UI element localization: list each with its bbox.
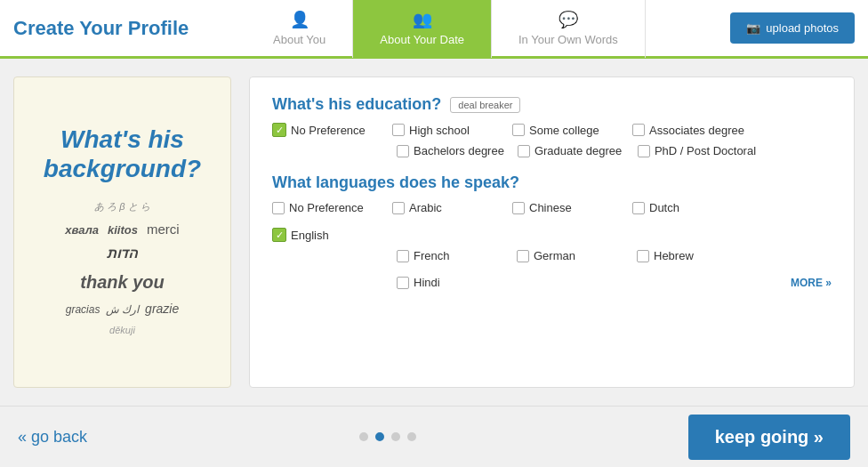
couple-icon: 👥 (413, 10, 432, 29)
lang-hebrew[interactable]: Hebrew (637, 249, 743, 262)
unchecked-icon (517, 250, 529, 262)
lang-chinese[interactable]: Chinese (512, 201, 619, 214)
more-languages-link[interactable]: MORE » (791, 277, 832, 289)
main-content: What's his background? あ ろ β と ら хвала k… (0, 59, 868, 406)
unchecked-icon (272, 202, 285, 214)
go-back-button[interactable]: « go back (18, 428, 87, 447)
unchecked-icon (518, 145, 530, 157)
tab-in-your-own-words[interactable]: 💬 In Your Own Words (492, 0, 646, 58)
unchecked-icon (397, 250, 409, 262)
languages-options-row-2: French German Hebrew Hindi MORE » (272, 249, 832, 289)
unchecked-icon (397, 145, 409, 157)
upload-photos-button[interactable]: 📷 upload photos (730, 12, 855, 44)
pagination-dot-1 (359, 432, 368, 441)
unchecked-icon (512, 202, 525, 214)
education-options-row-2: Bachelors degree Graduate degree PhD / P… (272, 144, 832, 157)
languages-section-title: What languages does he speak? (272, 173, 832, 192)
unchecked-icon (397, 277, 409, 289)
footer: « go back keep going » (0, 406, 868, 467)
checked-icon: ✓ (272, 123, 286, 137)
header: Create Your Profile 👤 About You 👥 About … (0, 0, 868, 59)
lang-french[interactable]: French (397, 249, 503, 262)
languages-options-row-1: No Preference Arabic Chinese Dutch ✓ Eng… (272, 201, 832, 242)
lang-no-preference[interactable]: No Preference (272, 201, 379, 214)
lang-english[interactable]: ✓ English (272, 228, 379, 242)
keep-going-button[interactable]: keep going » (688, 415, 850, 460)
lang-arabic[interactable]: Arabic (392, 201, 499, 214)
pagination-dot-2 (375, 432, 384, 441)
pagination (87, 432, 688, 441)
side-panel: What's his background? あ ろ β と ら хвала k… (13, 76, 231, 388)
unchecked-icon (632, 124, 645, 136)
education-section-title: What's his education? deal breaker (272, 95, 832, 114)
deal-breaker-button[interactable]: deal breaker (450, 97, 520, 113)
unchecked-icon (637, 250, 649, 262)
education-graduate[interactable]: Graduate degree (518, 144, 624, 157)
education-section: What's his education? deal breaker ✓ No … (272, 95, 832, 157)
pagination-dot-4 (407, 432, 416, 441)
education-high-school[interactable]: High school (392, 124, 499, 137)
lang-german[interactable]: German (517, 249, 623, 262)
tab-about-you[interactable]: 👤 About You (246, 0, 353, 58)
camera-icon: 📷 (746, 21, 760, 35)
education-some-college[interactable]: Some college (512, 124, 619, 137)
unchecked-icon (512, 124, 525, 136)
education-phd[interactable]: PhD / Post Doctoral (638, 144, 756, 157)
page-title: Create Your Profile (13, 17, 246, 40)
education-associates[interactable]: Associates degree (632, 124, 744, 137)
education-no-preference[interactable]: ✓ No Preference (272, 123, 379, 137)
languages-section: What languages does he speak? No Prefere… (272, 173, 832, 289)
person-icon: 👤 (290, 10, 309, 29)
speech-icon: 💬 (559, 10, 578, 29)
nav-tabs: 👤 About You 👥 About Your Date 💬 In Your … (246, 0, 730, 58)
pagination-dot-3 (391, 432, 400, 441)
tab-about-your-date[interactable]: 👥 About Your Date (353, 0, 492, 58)
education-bachelors[interactable]: Bachelors degree (397, 144, 504, 157)
content-panel: What's his education? deal breaker ✓ No … (249, 76, 855, 388)
side-panel-words: あ ろ β と ら хвала kiitos merci הדות thank … (65, 197, 179, 340)
unchecked-icon (392, 202, 405, 214)
education-options-row-1: ✓ No Preference High school Some college… (272, 123, 832, 137)
checked-icon: ✓ (272, 228, 286, 242)
unchecked-icon (632, 202, 645, 214)
unchecked-icon (392, 124, 405, 136)
side-panel-title: What's his background? (32, 125, 213, 184)
unchecked-icon (638, 145, 650, 157)
lang-hindi[interactable]: Hindi (397, 276, 503, 289)
lang-dutch[interactable]: Dutch (632, 201, 739, 214)
